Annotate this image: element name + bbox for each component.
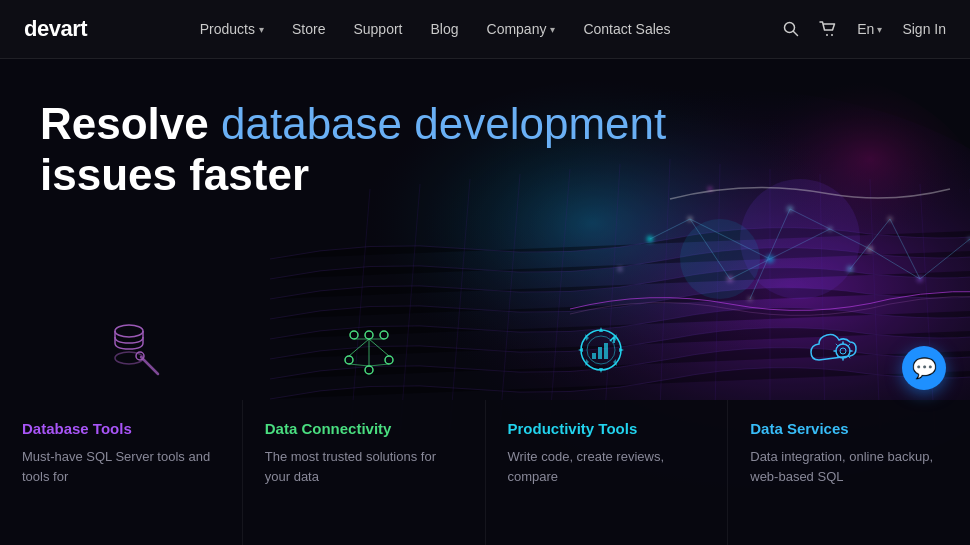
data-connectivity-link[interactable]: Data Connectivity (265, 420, 463, 437)
svg-rect-68 (598, 347, 602, 359)
category-cards: Database Tools Must-have SQL Server tool… (0, 400, 970, 545)
database-tools-icon (101, 315, 171, 385)
svg-point-52 (365, 331, 373, 339)
svg-rect-67 (592, 353, 596, 359)
svg-point-2 (826, 34, 828, 36)
svg-point-55 (365, 366, 373, 374)
cart-icon (819, 21, 837, 37)
svg-point-70 (836, 344, 850, 358)
svg-line-1 (794, 32, 798, 36)
chevron-down-icon: ▾ (550, 24, 555, 35)
svg-point-47 (740, 179, 860, 299)
sign-in-link[interactable]: Sign In (902, 21, 946, 37)
svg-point-57 (380, 331, 388, 339)
hero-text-block: Resolve database development issues fast… (40, 99, 666, 200)
svg-line-60 (369, 339, 389, 356)
nav-item-company[interactable]: Company ▾ (487, 21, 556, 37)
cat-card-data-services: Data Services Data integration, online b… (728, 400, 970, 545)
data-connectivity-desc: The most trusted solutions for your data (265, 447, 463, 486)
svg-point-54 (385, 356, 393, 364)
svg-point-27 (618, 267, 622, 271)
cart-button[interactable] (819, 21, 837, 37)
svg-point-3 (831, 34, 833, 36)
nav-item-support[interactable]: Support (353, 21, 402, 37)
chat-icon: 💬 (912, 356, 937, 380)
data-connectivity-icon (334, 315, 404, 385)
search-button[interactable] (783, 21, 799, 37)
chevron-down-icon: ▾ (877, 24, 882, 35)
svg-point-48 (680, 219, 760, 299)
category-icons-row (0, 305, 970, 395)
data-connectivity-icon-area (253, 305, 486, 395)
language-selector[interactable]: En ▾ (857, 21, 882, 37)
navigation: devart Products ▾ Store Support Blog Com (0, 0, 970, 59)
svg-line-64 (369, 364, 389, 366)
search-icon (783, 21, 799, 37)
productivity-tools-icon (566, 315, 636, 385)
svg-point-56 (350, 331, 358, 339)
hero-title: Resolve database development issues fast… (40, 99, 666, 200)
productivity-tools-desc: Write code, create reviews, compare (508, 447, 706, 486)
logo[interactable]: devart (24, 16, 87, 42)
svg-point-50 (115, 352, 143, 364)
database-tools-desc: Must-have SQL Server tools and tools for (22, 447, 220, 486)
cat-card-data-connectivity: Data Connectivity The most trusted solut… (243, 400, 486, 545)
svg-point-71 (840, 348, 846, 354)
svg-line-59 (349, 339, 369, 356)
nav-links: Products ▾ Store Support Blog Company ▾ (200, 21, 671, 37)
svg-point-53 (345, 356, 353, 364)
data-services-desc: Data integration, online backup, web-bas… (750, 447, 948, 486)
nav-item-blog[interactable]: Blog (430, 21, 458, 37)
nav-item-store[interactable]: Store (292, 21, 325, 37)
nav-item-products[interactable]: Products ▾ (200, 21, 264, 37)
productivity-tools-icon-area (485, 305, 718, 395)
cat-card-database-tools: Database Tools Must-have SQL Server tool… (0, 400, 243, 545)
svg-point-49 (115, 325, 143, 337)
chevron-down-icon: ▾ (259, 24, 264, 35)
productivity-tools-link[interactable]: Productivity Tools (508, 420, 706, 437)
svg-line-63 (349, 364, 369, 366)
nav-right: En ▾ Sign In (783, 21, 946, 37)
data-services-icon (799, 315, 869, 385)
database-tools-icon-area (20, 305, 253, 395)
svg-rect-69 (604, 343, 608, 359)
data-services-link[interactable]: Data Services (750, 420, 948, 437)
database-tools-link[interactable]: Database Tools (22, 420, 220, 437)
hero-section: Resolve database development issues fast… (0, 59, 970, 545)
chat-button[interactable]: 💬 (902, 346, 946, 390)
nav-item-contact[interactable]: Contact Sales (583, 21, 670, 37)
cat-card-productivity-tools: Productivity Tools Write code, create re… (486, 400, 729, 545)
